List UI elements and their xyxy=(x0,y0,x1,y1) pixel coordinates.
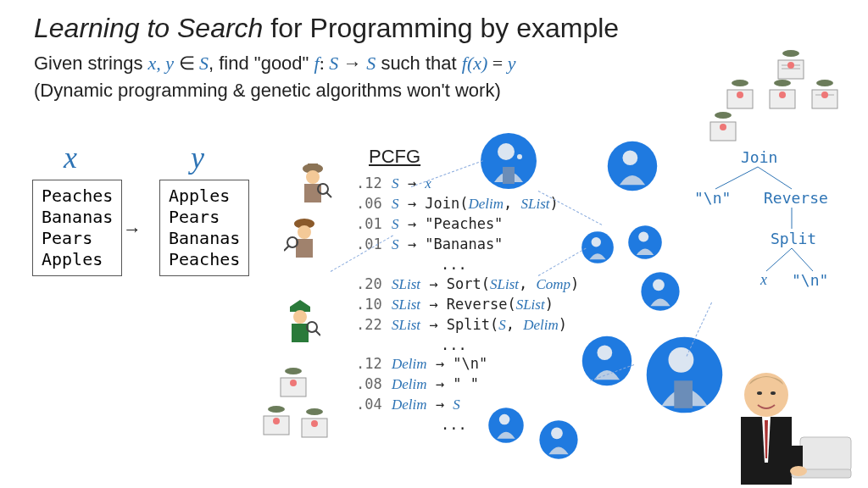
svg-point-35 xyxy=(715,112,732,119)
newspaper-reader-icon xyxy=(807,76,843,114)
svg-line-3 xyxy=(766,248,792,271)
pcfg-rule: .12S → x xyxy=(356,174,579,194)
tree-reverse: Reverse xyxy=(764,189,828,207)
svg-rect-74 xyxy=(800,437,851,471)
svg-point-28 xyxy=(821,92,828,98)
sub-pre: Given strings xyxy=(34,53,148,74)
x-data: Peaches Bananas Pears Apples xyxy=(42,186,113,270)
svg-point-32 xyxy=(732,80,748,86)
svg-point-31 xyxy=(779,92,786,98)
svg-point-20 xyxy=(782,50,799,57)
businessman-at-computer xyxy=(707,361,860,488)
svg-point-77 xyxy=(790,466,807,476)
pcfg-rule: .20SList → Sort(SList, Comp) xyxy=(356,274,579,295)
svg-rect-13 xyxy=(296,239,313,258)
thinker-icon xyxy=(538,419,579,460)
sub-xy: x, y xyxy=(148,53,175,74)
svg-point-29 xyxy=(774,80,791,86)
svg-rect-17 xyxy=(292,324,309,342)
title-italic: Learning to Search xyxy=(34,13,263,43)
thinker-icon xyxy=(487,407,525,444)
x-data-box: Peaches Bananas Pears Apples xyxy=(32,180,122,276)
sub-y: y xyxy=(508,53,516,74)
pcfg-rule: .04Delim → S xyxy=(356,395,579,415)
newspaper-reader-icon xyxy=(705,108,741,146)
sub-find: , find "good" xyxy=(209,53,314,74)
y-data-box: Apples Pears Bananas Peaches xyxy=(159,180,249,276)
detective-icon xyxy=(284,212,325,259)
sub-in: ∈ xyxy=(174,53,199,74)
svg-point-7 xyxy=(306,170,320,184)
svg-point-58 xyxy=(653,280,665,291)
svg-rect-49 xyxy=(503,167,515,184)
newspaper-reader-icon xyxy=(297,405,332,442)
svg-line-19 xyxy=(315,330,320,336)
svg-point-40 xyxy=(290,380,297,386)
x-label: x xyxy=(64,140,77,175)
svg-line-10 xyxy=(326,192,331,197)
svg-line-15 xyxy=(284,246,289,251)
svg-point-48 xyxy=(498,143,515,160)
thinker-icon xyxy=(581,335,633,387)
svg-point-41 xyxy=(268,406,285,413)
pcfg-heading: PCFG xyxy=(369,146,420,168)
sub-S: S xyxy=(199,53,209,74)
svg-point-60 xyxy=(597,345,612,360)
y-label: y xyxy=(191,140,204,175)
svg-line-1 xyxy=(758,167,792,189)
sub-such: such that xyxy=(376,53,462,74)
pcfg-rule: .12Delim → "\n" xyxy=(356,354,579,374)
sub-S2: S xyxy=(329,53,338,74)
newspaper-reader-icon xyxy=(275,364,311,402)
subtitle-line1: Given strings x, y ∈ S, find "good" f: S… xyxy=(34,53,516,75)
sub-colon: : xyxy=(320,53,330,74)
pcfg-rule: .06S → Join(Delim, SList) xyxy=(356,194,579,214)
sub-fx: f(x) xyxy=(462,53,488,74)
arrow-x-to-y: → xyxy=(123,219,142,241)
svg-point-62 xyxy=(499,414,510,425)
svg-point-66 xyxy=(669,347,694,373)
tree-join: Join xyxy=(741,148,777,166)
tree-nl2: "\n" xyxy=(792,271,828,289)
svg-point-43 xyxy=(273,418,280,424)
sub-to: → xyxy=(338,53,366,74)
y-data: Apples Pears Bananas Peaches xyxy=(169,186,240,270)
pcfg-rule: ... xyxy=(356,336,579,355)
thinker-icon xyxy=(627,225,663,260)
pcfg-rule: .01S → "Bananas" xyxy=(356,235,579,255)
svg-point-70 xyxy=(771,391,776,395)
detective-icon xyxy=(292,157,333,204)
svg-point-37 xyxy=(720,124,726,130)
svg-point-50 xyxy=(517,154,522,159)
subtitle-line2: (Dynamic programming & genetic algorithm… xyxy=(34,80,501,102)
svg-point-24 xyxy=(787,62,794,69)
svg-point-25 xyxy=(816,80,833,86)
thinker-icon xyxy=(640,271,681,312)
pcfg-rule: .10SList → Reverse(SList) xyxy=(356,295,579,315)
svg-line-0 xyxy=(715,167,758,189)
svg-point-34 xyxy=(737,92,743,98)
sub-S3: S xyxy=(366,53,376,74)
title-rest: for Programming by example xyxy=(263,13,619,43)
pcfg-rule: .01S → "Peaches" xyxy=(356,214,579,235)
thinker-icon xyxy=(606,140,659,192)
thinker-icon xyxy=(479,131,538,191)
pcfg-rule: .08Delim → " " xyxy=(356,374,579,395)
svg-point-68 xyxy=(744,373,788,417)
svg-point-56 xyxy=(638,231,648,241)
svg-point-52 xyxy=(622,150,637,165)
svg-point-46 xyxy=(311,420,318,427)
svg-point-54 xyxy=(592,237,601,247)
tree-x: x xyxy=(760,271,767,289)
svg-point-16 xyxy=(293,310,307,324)
svg-point-12 xyxy=(298,225,311,239)
pcfg-rule: .22SList → Split(S, Delim) xyxy=(356,315,579,336)
tree-nl1: "\n" xyxy=(694,189,731,207)
pcfg-grammar: .12S → x.06S → Join(Delim, SList).01S → … xyxy=(356,174,579,435)
slide-title: Learning to Search for Programming by ex… xyxy=(34,13,619,44)
newspaper-reader-icon xyxy=(259,402,294,440)
newspaper-reader-icon xyxy=(765,76,800,114)
svg-point-44 xyxy=(306,408,323,415)
tree-split: Split xyxy=(771,230,816,247)
svg-rect-6 xyxy=(308,164,318,169)
